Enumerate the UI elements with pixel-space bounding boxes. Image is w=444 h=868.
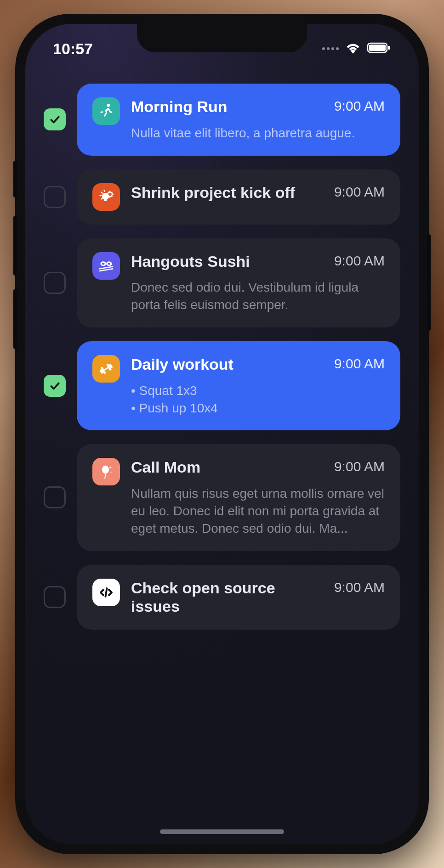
running-icon [92,97,120,125]
task-title: Morning Run [131,97,228,116]
task-description: Nulla vitae elit libero, a pharetra augu… [131,124,385,142]
task-checkbox[interactable] [44,272,66,294]
task-body: Daily workout9:00 AM • Squat 1x3 • Push … [131,355,385,417]
task-description: • Squat 1x3 • Push up 10x4 [131,382,385,417]
task-time: 9:00 AM [334,97,385,114]
task-card[interactable]: Hangouts Sushi9:00 AMDonec sed odio dui.… [77,238,400,327]
dumbbell-icon [92,355,120,383]
idea-gear-icon [92,183,120,211]
task-title: Hangouts Sushi [131,252,250,271]
volume-up-button[interactable] [13,216,17,276]
task-title: Check open source issues [131,579,325,616]
svg-point-14 [102,466,109,474]
task-list[interactable]: Morning Run9:00 AMNulla vitae elit liber… [44,84,400,807]
svg-point-3 [107,104,110,107]
task-row: Check open source issues9:00 AM [44,565,400,630]
wifi-icon [345,42,361,56]
svg-point-6 [102,263,105,265]
task-time: 9:00 AM [334,355,385,372]
power-button[interactable] [427,234,431,331]
mute-switch[interactable] [13,161,17,197]
task-card[interactable]: Shrink project kick off9:00 AM [77,169,400,225]
task-body: Check open source issues9:00 AM [131,579,385,616]
task-title: Daily workout [131,355,233,374]
svg-rect-2 [388,46,390,50]
task-title: Call Mom [131,458,200,477]
task-card[interactable]: Morning Run9:00 AMNulla vitae elit liber… [77,84,400,156]
task-row: Morning Run9:00 AMNulla vitae elit liber… [44,84,400,156]
task-row: Daily workout9:00 AM • Squat 1x3 • Push … [44,341,400,430]
task-time: 9:00 AM [334,458,385,474]
task-card[interactable]: Check open source issues9:00 AM [77,565,400,630]
task-checkbox[interactable] [44,186,66,208]
status-time: 10:57 [53,40,93,58]
task-description: Nullam quis risus eget urna mollis ornar… [131,485,385,537]
task-time: 9:00 AM [334,252,385,269]
task-body: Call Mom9:00 AMNullam quis risus eget ur… [131,458,385,537]
task-body: Shrink project kick off9:00 AM [131,183,385,211]
screen: 10:57 Morning Run9:00 AMNulla vitae elit… [25,24,419,844]
task-title: Shrink project kick off [131,183,295,202]
sushi-icon [92,252,120,280]
task-description: Donec sed odio dui. Vestibulum id ligula… [131,279,385,314]
code-icon [92,579,120,606]
task-card[interactable]: Call Mom9:00 AMNullam quis risus eget ur… [77,444,400,551]
task-time: 9:00 AM [334,183,385,200]
task-row: Call Mom9:00 AMNullam quis risus eget ur… [44,444,400,551]
volume-down-button[interactable] [13,289,17,349]
balloon-icon [92,458,120,485]
home-indicator[interactable] [160,829,284,834]
task-body: Morning Run9:00 AMNulla vitae elit liber… [131,97,385,142]
task-checkbox[interactable] [44,375,66,397]
task-checkbox[interactable] [44,108,66,130]
task-body: Hangouts Sushi9:00 AMDonec sed odio dui.… [131,252,385,314]
task-card[interactable]: Daily workout9:00 AM • Squat 1x3 • Push … [77,341,400,430]
svg-rect-13 [104,367,108,370]
task-checkbox[interactable] [44,486,66,508]
task-checkbox[interactable] [44,586,66,608]
phone-frame: 10:57 Morning Run9:00 AMNulla vitae elit… [15,14,429,854]
battery-icon [367,42,391,56]
svg-point-8 [108,263,110,265]
notch [137,24,307,52]
task-time: 9:00 AM [334,579,385,595]
pagination-dots [322,47,339,50]
task-row: Hangouts Sushi9:00 AMDonec sed odio dui.… [44,238,400,327]
svg-rect-1 [369,45,386,51]
svg-line-15 [106,588,107,597]
task-row: Shrink project kick off9:00 AM [44,169,400,225]
